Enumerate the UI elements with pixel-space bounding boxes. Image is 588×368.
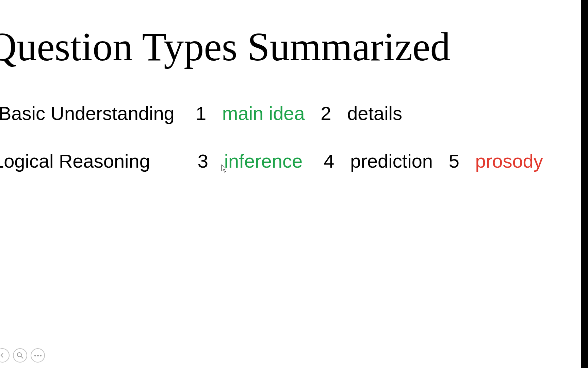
- category-label: Basic Understanding: [0, 103, 175, 124]
- item-details: details: [347, 103, 402, 124]
- right-border-strip: [581, 0, 588, 368]
- item-prosody: prosody: [475, 150, 543, 172]
- slide-title: Question Types Summarized: [0, 24, 450, 70]
- item-number: 2: [321, 103, 331, 124]
- item-number: 3: [198, 150, 208, 172]
- chevron-left-icon: [0, 353, 5, 358]
- item-prediction: prediction: [350, 150, 433, 172]
- zoom-button[interactable]: [13, 348, 27, 363]
- magnifier-icon: [16, 352, 24, 359]
- presentation-controls: [0, 348, 45, 363]
- category-label: Logical Reasoning: [0, 150, 150, 172]
- svg-point-0: [17, 353, 21, 357]
- item-main-idea: main idea: [222, 103, 305, 124]
- item-inference: inference: [224, 150, 303, 172]
- ellipsis-icon: [34, 355, 42, 356]
- prev-button[interactable]: [0, 348, 10, 363]
- item-number: 5: [449, 150, 459, 172]
- more-button[interactable]: [31, 348, 45, 363]
- line-logical-reasoning: Logical Reasoning 3 inference 4 predicti…: [0, 150, 543, 172]
- slide: Question Types Summarized Basic Understa…: [0, 0, 588, 368]
- line-basic-understanding: Basic Understanding 1 main idea 2 detail…: [0, 102, 402, 124]
- item-number: 1: [196, 103, 206, 124]
- svg-line-1: [21, 356, 23, 358]
- item-number: 4: [324, 150, 334, 172]
